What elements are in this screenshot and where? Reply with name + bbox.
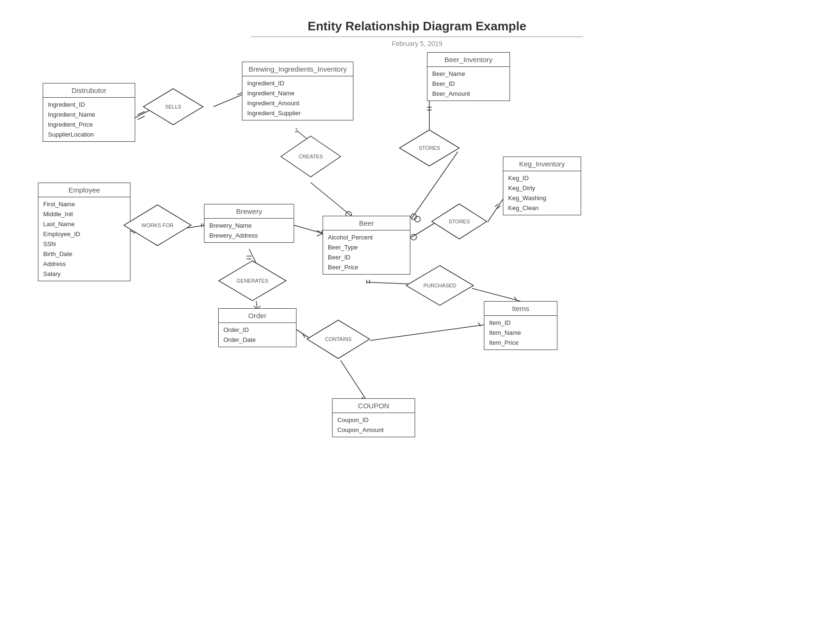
title-area: Entity Relationship Diagram Example Febr… [251, 19, 583, 47]
entity-employee-header: Employee [38, 183, 130, 197]
attr-item-id: Item_ID [489, 318, 552, 328]
attr-item-price: Item_Price [489, 338, 552, 348]
svg-point-17 [411, 234, 417, 240]
entity-order-attrs: Order_ID Order_Date [219, 323, 296, 347]
svg-line-41 [370, 325, 484, 340]
attr-ssn: SSN [43, 239, 125, 249]
entity-employee-attrs: First_Name Middle_Init Last_Name Employe… [38, 197, 130, 281]
entity-brewery-attrs: Brewery_Name Brewery_Address [204, 219, 294, 242]
entity-coupon: COUPON Coupon_ID Coupon_Amount [332, 398, 415, 437]
attr-order-date: Order_Date [223, 335, 291, 345]
attr-beer-id: Beer_ID [328, 252, 405, 262]
attr-beer-price: Beer_Price [328, 262, 405, 272]
entity-items-attrs: Item_ID Item_Name Item_Price [484, 316, 557, 350]
svg-line-1 [213, 95, 242, 107]
attr-beerinv-id: Beer_ID [432, 79, 505, 89]
attr-employee-id: Employee_ID [43, 229, 125, 239]
entity-brewing-ingredients: Brewing_Ingredients_Inventory Ingredient… [242, 62, 353, 120]
attr-bi-name: Ingredient_Name [247, 88, 348, 98]
entity-beer-header: Beer [323, 216, 410, 230]
svg-line-30 [317, 233, 323, 236]
svg-line-47 [514, 297, 517, 301]
entity-brewery: Brewery Brewery_Name Brewery_Address [204, 204, 294, 243]
attr-coupon-amount: Coupon_Amount [337, 425, 410, 435]
rel-stores-1: STORES [398, 129, 460, 167]
svg-line-36 [256, 301, 257, 308]
attr-keg-washing: Keg_Washing [508, 193, 576, 203]
attr-bi-amount: Ingredient_Amount [247, 98, 348, 108]
svg-point-14 [411, 214, 417, 220]
svg-text:STORES: STORES [448, 219, 470, 224]
rel-sells: SELLS [142, 88, 204, 126]
attr-beerinv-name: Beer_Name [432, 69, 505, 79]
entity-distributor: Distrubutor Ingredient_ID Ingredient_Nam… [43, 83, 135, 142]
entity-items: Items Item_ID Item_Name Item_Price [484, 301, 557, 350]
svg-text:STORES: STORES [418, 145, 440, 151]
attr-supplier-location: SupplierLocation [48, 129, 130, 139]
entity-coupon-attrs: Coupon_ID Coupon_Amount [333, 413, 415, 437]
attr-alcohol-pct: Alcohol_Percent [328, 232, 405, 242]
subtitle: February 5, 2019 [251, 40, 583, 47]
svg-line-48 [341, 360, 365, 398]
svg-text:SELLS: SELLS [165, 104, 181, 110]
entity-order-header: Order [219, 309, 296, 323]
attr-ingredient-id: Ingredient_ID [48, 100, 130, 110]
svg-point-15 [415, 216, 420, 222]
attr-keg-clean: Keg_Clean [508, 203, 576, 213]
attr-salary: Salary [43, 269, 125, 279]
svg-line-28 [294, 225, 323, 233]
title-underline [251, 37, 583, 37]
attr-first-name: First_Name [43, 199, 125, 209]
entity-distributor-attrs: Ingredient_ID Ingredient_Name Ingredient… [43, 98, 135, 141]
rel-works-for: WORKS FOR [123, 204, 192, 247]
entity-keg-inv-header: Keg_Inventory [503, 157, 581, 171]
svg-line-20 [495, 204, 498, 207]
entity-beer: Beer Alcohol_Percent Beer_Type Beer_ID B… [323, 216, 410, 275]
attr-bi-id: Ingredient_ID [247, 78, 348, 88]
svg-text:GENERATES: GENERATES [236, 278, 268, 284]
entity-brewing-attrs: Ingredient_ID Ingredient_Name Ingredient… [242, 76, 353, 120]
entity-keg-inv-attrs: Keg_ID Keg_Dirty Keg_Washing Keg_Clean [503, 171, 581, 215]
entity-brewery-header: Brewery [204, 204, 294, 219]
entity-beer-inv-attrs: Beer_Name Beer_ID Beer_Amount [427, 67, 510, 101]
attr-order-id: Order_ID [223, 325, 291, 335]
entity-brewing-header: Brewing_Ingredients_Inventory [242, 62, 353, 76]
entity-beer-inventory: Beer_Inventory Beer_Name Beer_ID Beer_Am… [427, 52, 510, 101]
rel-creates: CREATES [280, 135, 342, 178]
attr-item-name: Item_Name [489, 328, 552, 338]
attr-keg-id: Keg_ID [508, 173, 576, 183]
attr-birth-date: Birth_Date [43, 249, 125, 259]
svg-line-29 [317, 230, 323, 233]
entity-employee: Employee First_Name Middle_Init Last_Nam… [38, 183, 130, 281]
diagram-container: Entity Relationship Diagram Example Febr… [0, 0, 834, 644]
entity-items-header: Items [484, 302, 557, 316]
attr-keg-dirty: Keg_Dirty [508, 183, 576, 193]
attr-beerinv-amount: Beer_Amount [432, 89, 505, 99]
svg-text:CREATES: CREATES [298, 154, 323, 159]
rel-stores-2: STORES [431, 203, 488, 240]
entity-beer-inv-header: Beer_Inventory [427, 53, 510, 67]
svg-line-42 [478, 322, 481, 326]
svg-line-19 [497, 206, 500, 209]
svg-text:PURCHASED: PURCHASED [423, 283, 456, 288]
rel-generates: GENERATES [218, 260, 287, 302]
attr-beer-type: Beer_Type [328, 242, 405, 252]
entity-keg-inventory: Keg_Inventory Keg_ID Keg_Dirty Keg_Washi… [503, 156, 581, 215]
entity-beer-attrs: Alcohol_Percent Beer_Type Beer_ID Beer_P… [323, 230, 410, 274]
svg-line-46 [472, 288, 520, 301]
attr-brewery-address: Brewery_Address [209, 230, 289, 240]
attr-middle-init: Middle_Init [43, 209, 125, 219]
main-title: Entity Relationship Diagram Example [251, 19, 583, 34]
svg-line-8 [311, 183, 351, 216]
entity-distributor-header: Distrubutor [43, 83, 135, 98]
attr-address: Address [43, 259, 125, 269]
attr-coupon-id: Coupon_ID [337, 415, 410, 425]
attr-ingredient-price: Ingredient_Price [48, 120, 130, 129]
rel-purchased: PURCHASED [406, 265, 474, 306]
svg-line-40 [303, 334, 305, 338]
attr-brewery-name: Brewery_Name [209, 221, 289, 230]
entity-coupon-header: COUPON [333, 399, 415, 413]
attr-bi-supplier: Ingredient_Supplier [247, 108, 348, 118]
rel-contains: CONTAINS [306, 319, 371, 359]
svg-text:WORKS FOR: WORKS FOR [141, 222, 174, 228]
